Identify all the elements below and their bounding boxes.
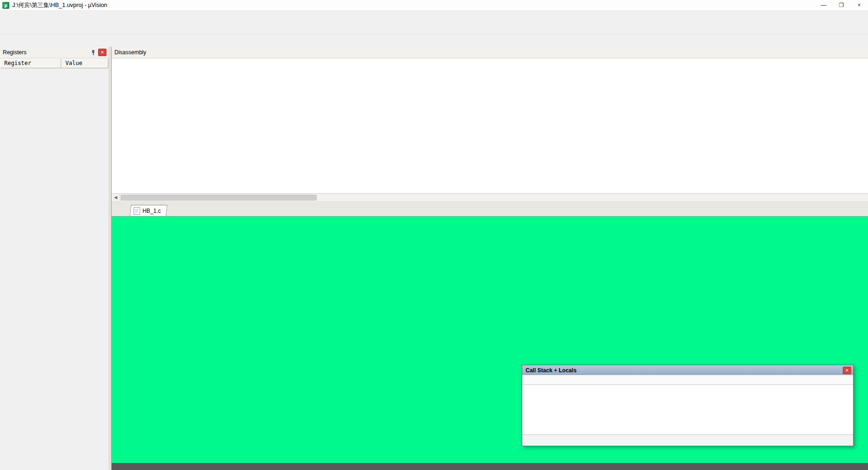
scroll-thumb[interactable]	[121, 195, 317, 201]
scroll-left-icon[interactable]: ◀	[112, 194, 120, 201]
editor-tab-label: HB_1.c	[142, 208, 161, 214]
callstack-window: Call Stack + Locals ✕	[522, 365, 854, 446]
callstack-close-icon[interactable]: ✕	[843, 367, 851, 374]
registers-panel-title: Registers	[3, 49, 27, 56]
callstack-title: Call Stack + Locals	[526, 367, 576, 374]
tab-hb1c[interactable]: HB_1.c	[130, 205, 168, 216]
register-column-label[interactable]: Register	[0, 58, 61, 68]
file-toolbar	[0, 21, 868, 35]
menu-bar	[0, 11, 868, 21]
value-column-label[interactable]: Value	[61, 58, 108, 68]
disassembly-hscrollbar[interactable]: ◀	[112, 193, 868, 201]
maximize-button[interactable]: ❐	[832, 0, 850, 10]
app-icon: µ	[2, 2, 9, 9]
close-button[interactable]: ×	[850, 0, 868, 10]
registers-column-header: Register Value	[0, 58, 108, 68]
registers-close-icon[interactable]: ✕	[98, 49, 107, 56]
registers-panel-header: Registers ✕	[0, 47, 108, 58]
window-title: J:\何宾\第三集\HB_1.uvproj - µVision	[12, 1, 107, 9]
minimize-button[interactable]: —	[815, 0, 832, 10]
disassembly-view	[112, 58, 868, 193]
disassembly-title: Disassembly	[114, 49, 146, 56]
editor-hscrollbar[interactable]	[112, 463, 868, 470]
pin-icon[interactable]	[90, 49, 97, 56]
uvision-window: µ J:\何宾\第三集\HB_1.uvproj - µVision — ❐ × …	[0, 0, 868, 470]
registers-panel: Registers ✕ Register Value	[0, 47, 108, 470]
source-file-icon	[134, 207, 140, 215]
callstack-bottom-tabs	[522, 434, 853, 446]
callstack-column-header	[522, 375, 853, 385]
callstack-title-bar[interactable]: Call Stack + Locals ✕	[522, 365, 853, 375]
editor-tab-bar: HB_1.c	[112, 204, 868, 217]
title-bar: µ J:\何宾\第三集\HB_1.uvproj - µVision — ❐ ×	[0, 0, 868, 11]
debug-toolbar	[0, 35, 868, 48]
disassembly-header: Disassembly	[112, 47, 868, 58]
